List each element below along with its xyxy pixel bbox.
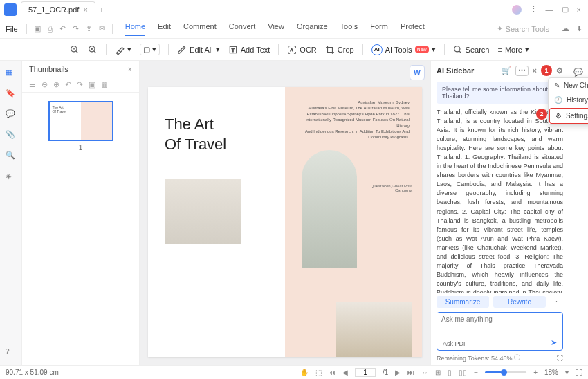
close-window-icon[interactable]: ×: [577, 6, 581, 14]
email-icon[interactable]: ✉: [98, 23, 107, 35]
tab-protect[interactable]: Protect: [401, 22, 425, 36]
tab-form[interactable]: Form: [370, 22, 388, 36]
thumb-zoom-out-icon[interactable]: ⊖: [42, 80, 48, 89]
expand-sidebar-icon[interactable]: ⛶: [557, 355, 563, 362]
menu-history[interactable]: 🕘History: [549, 93, 588, 107]
menu-settings[interactable]: ⚙Settings: [549, 108, 588, 124]
page-first-icon[interactable]: ⏮: [329, 369, 336, 376]
thumb-rotate-left-icon[interactable]: ↶: [65, 80, 71, 89]
edit-all-tool[interactable]: Edit All▾: [177, 45, 220, 55]
comment-rail-icon[interactable]: 💬: [6, 109, 17, 120]
bookmark-rail-icon[interactable]: 🔖: [6, 89, 17, 100]
attachment-rail-icon[interactable]: 📎: [6, 130, 17, 141]
page-next-icon[interactable]: ▶: [395, 369, 401, 376]
thumb-delete-icon[interactable]: 🗑: [101, 80, 109, 89]
zoom-plus-icon[interactable]: +: [533, 369, 538, 376]
export-word-icon[interactable]: W: [410, 65, 425, 80]
fit-page-icon[interactable]: ⊞: [435, 369, 441, 376]
page-last-icon[interactable]: ⏭: [407, 369, 414, 376]
tab-comment[interactable]: Comment: [183, 22, 217, 36]
history-icon: 🕘: [554, 96, 562, 104]
close-sidebar-icon[interactable]: ×: [533, 66, 537, 75]
minimize-icon[interactable]: —: [546, 6, 553, 14]
tab-view[interactable]: View: [268, 22, 284, 36]
ai-tools-button[interactable]: AI AI Tools New▾: [371, 44, 436, 55]
zoom-dropdown-icon[interactable]: ▾: [565, 369, 569, 376]
rewrite-button[interactable]: Rewrite: [493, 296, 546, 308]
save-icon[interactable]: ▣: [33, 23, 42, 35]
kebab-icon[interactable]: ⋮: [530, 5, 538, 14]
tab-home[interactable]: Home: [125, 22, 145, 36]
callout-step-2: 2: [536, 109, 547, 120]
share-icon[interactable]: ⇪: [84, 23, 93, 35]
fit-width-icon[interactable]: ↔: [421, 369, 428, 376]
ask-input-box[interactable]: Ask PDF ➤: [437, 312, 563, 351]
zoom-in-icon[interactable]: [88, 45, 98, 55]
close-thumbnails-icon[interactable]: ×: [128, 65, 132, 73]
thumbnail-page-number: 1: [79, 144, 83, 151]
actions-more-icon[interactable]: ⋮: [550, 297, 563, 306]
zoom-value: 18%: [544, 369, 558, 376]
file-menu[interactable]: File: [6, 25, 18, 33]
search-rail-icon[interactable]: 🔍: [6, 151, 17, 162]
cloud-upload-icon[interactable]: ☁: [562, 24, 569, 33]
ask-pdf-label[interactable]: Ask PDF: [443, 340, 468, 347]
thumb-select-icon[interactable]: ▣: [89, 80, 95, 89]
cart-icon[interactable]: 🛒: [502, 66, 511, 75]
fullscreen-icon[interactable]: ⛶: [576, 369, 582, 376]
tab-edit[interactable]: Edit: [158, 22, 171, 36]
maximize-icon[interactable]: ▢: [562, 5, 569, 14]
sidebar-settings-icon[interactable]: ⚙: [556, 66, 563, 75]
doc-image-left: [165, 179, 241, 244]
search-tools[interactable]: ✦ Search Tools: [497, 24, 549, 33]
page-thumbnail[interactable]: The ArtOf Travel: [48, 101, 113, 141]
summarize-button[interactable]: Summarize: [437, 296, 489, 308]
tab-title: 57_1_OCR.pdf: [28, 6, 79, 14]
zoom-minus-icon[interactable]: −: [474, 369, 478, 376]
account-icon[interactable]: [512, 5, 522, 15]
thumb-zoom-in-icon[interactable]: ⊕: [53, 80, 59, 89]
thumbnails-title: Thumbnails: [29, 65, 68, 73]
shape-tool-icon[interactable]: ▢ ▾: [140, 44, 160, 55]
tab-tools[interactable]: Tools: [340, 22, 358, 36]
thumb-list-icon[interactable]: ☰: [29, 80, 36, 89]
tokens-info-icon[interactable]: ⓘ: [514, 353, 520, 362]
zoom-slider[interactable]: [485, 371, 526, 373]
sidebar-dropdown: 2 ✎New Chat 🕘History ⚙Settings: [548, 77, 588, 125]
layers-rail-icon[interactable]: ◈: [6, 172, 17, 183]
two-page-icon[interactable]: ▯▯: [459, 369, 467, 376]
tab-convert[interactable]: Convert: [229, 22, 256, 36]
svg-line-1: [76, 50, 78, 53]
help-rail-icon[interactable]: ?: [6, 347, 17, 358]
redo-icon[interactable]: ↷: [71, 23, 80, 35]
add-text-tool[interactable]: TAdd Text: [228, 45, 270, 55]
document-page[interactable]: The ArtOf Travel Australian Museum, Sydn…: [148, 87, 422, 357]
thumbnails-rail-icon[interactable]: ▦: [6, 68, 17, 79]
highlight-icon[interactable]: ▾: [115, 45, 131, 55]
thumb-rotate-right-icon[interactable]: ↷: [77, 80, 83, 89]
doc-text-block: Australian Museum, Sydney Australia's Fi…: [297, 100, 410, 140]
app-icon: [4, 3, 17, 16]
single-page-icon[interactable]: ▯: [448, 369, 452, 376]
more-tool[interactable]: ≡ More▾: [497, 45, 529, 54]
page-prev-icon[interactable]: ◀: [342, 369, 348, 376]
select-tool-icon[interactable]: ⬚: [315, 369, 322, 376]
undo-icon[interactable]: ↶: [58, 23, 67, 35]
add-tab-icon[interactable]: +: [100, 6, 104, 14]
hand-tool-icon[interactable]: ✋: [300, 369, 309, 376]
download-icon[interactable]: ⬇: [576, 24, 582, 33]
ask-input[interactable]: [437, 313, 562, 326]
tab-organize[interactable]: Organize: [297, 22, 328, 36]
close-tab-icon[interactable]: ×: [83, 6, 87, 14]
menu-new-chat[interactable]: ✎New Chat: [549, 78, 588, 93]
crop-tool[interactable]: Crop: [325, 45, 354, 55]
search-tool[interactable]: Search: [453, 45, 490, 55]
divider: [112, 24, 113, 34]
print-icon[interactable]: ⎙: [46, 24, 54, 35]
page-input[interactable]: [355, 368, 376, 377]
document-tab[interactable]: 57_1_OCR.pdf ×: [21, 1, 95, 18]
ocr-tool[interactable]: AOCR: [287, 45, 316, 55]
zoom-out-icon[interactable]: [70, 45, 80, 55]
send-icon[interactable]: ➤: [551, 338, 557, 347]
sidebar-more-icon[interactable]: ⋯: [515, 66, 529, 76]
